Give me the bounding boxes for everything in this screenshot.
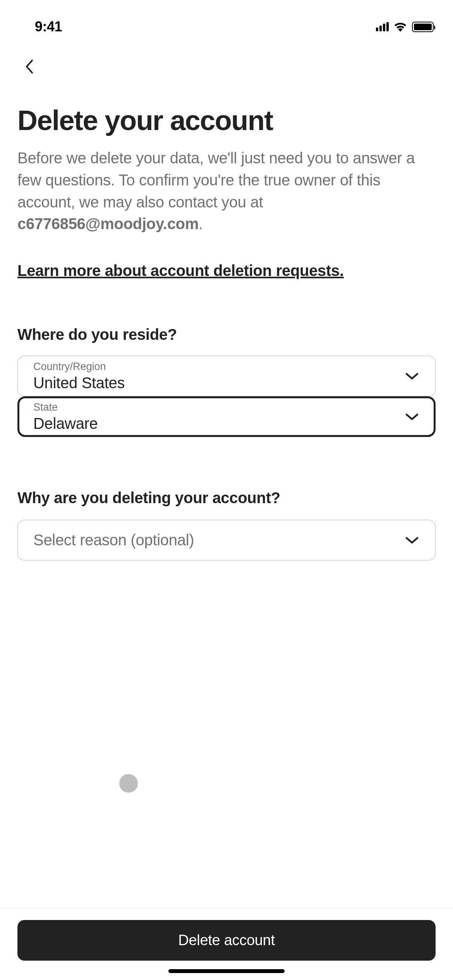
learn-more-link[interactable]: Learn more about account deletion reques… xyxy=(17,262,344,279)
reason-placeholder: Select reason (optional) xyxy=(33,531,194,549)
battery-icon xyxy=(412,22,434,32)
reside-question-label: Where do you reside? xyxy=(17,326,436,343)
home-indicator[interactable] xyxy=(168,969,285,973)
chevron-down-icon xyxy=(404,536,420,545)
state-select[interactable]: State Delaware xyxy=(17,396,436,437)
status-bar: 9:41 xyxy=(0,0,453,43)
back-button[interactable] xyxy=(17,55,41,78)
wifi-icon xyxy=(393,22,407,32)
description-prefix: Before we delete your data, we'll just n… xyxy=(17,149,415,211)
contact-email: c6776856@moodjoy.com xyxy=(17,215,199,232)
chevron-left-icon xyxy=(24,59,34,74)
state-value: Delaware xyxy=(33,415,98,432)
touch-indicator xyxy=(119,774,138,793)
status-time: 9:41 xyxy=(35,19,62,35)
state-label: State xyxy=(33,401,98,413)
country-label: Country/Region xyxy=(33,361,125,373)
reason-select[interactable]: Select reason (optional) xyxy=(17,520,436,560)
country-select[interactable]: Country/Region United States xyxy=(17,356,436,396)
status-icons xyxy=(376,22,434,32)
page-title: Delete your account xyxy=(17,105,436,136)
page-description: Before we delete your data, we'll just n… xyxy=(17,147,436,235)
delete-account-button[interactable]: Delete account xyxy=(17,920,436,961)
cellular-icon xyxy=(376,22,389,31)
description-suffix: . xyxy=(199,215,203,232)
chevron-down-icon xyxy=(404,372,420,381)
country-value: United States xyxy=(33,374,125,392)
reason-question-label: Why are you deleting your account? xyxy=(17,489,436,507)
chevron-down-icon xyxy=(404,412,420,421)
